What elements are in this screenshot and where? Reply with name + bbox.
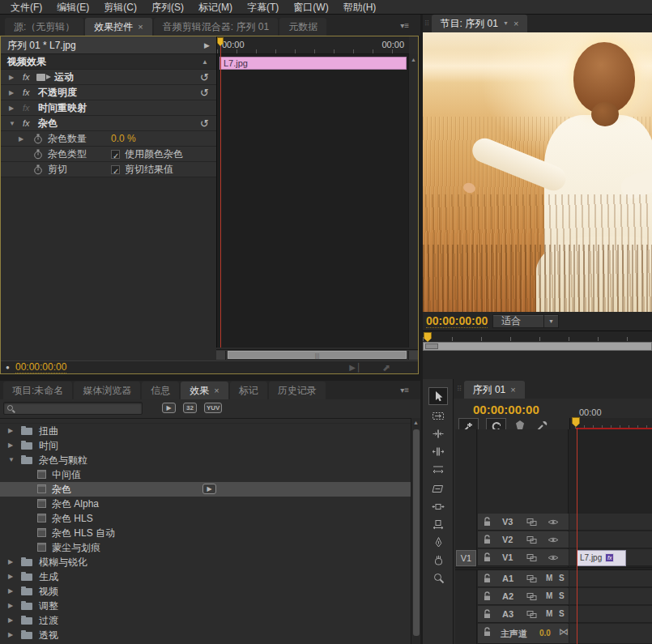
reset-icon[interactable]: ↺ — [200, 116, 209, 131]
menu-item-window[interactable]: 窗口(W) — [286, 0, 335, 15]
tab-history[interactable]: 历史记录 — [269, 382, 326, 399]
menu-item-marker[interactable]: 标记(M) — [191, 0, 240, 15]
sync-lock-icon[interactable] — [526, 610, 537, 619]
tab-sequence-01[interactable]: 序列 01 × — [464, 381, 525, 399]
chevron-down-icon[interactable]: ▼ — [503, 15, 509, 32]
scroll-right-button[interactable] — [408, 351, 418, 360]
tree-folder-video[interactable]: ▶视频 — [0, 584, 420, 599]
slide-tool-icon[interactable] — [428, 515, 448, 533]
track-lock-icon[interactable] — [483, 627, 492, 637]
reset-icon[interactable]: ↺ — [200, 70, 209, 85]
expand-icon[interactable]: ▶ — [8, 555, 13, 569]
tab-audio-clip-mixer[interactable]: 音频剪辑混合器: 序列 01 — [154, 18, 278, 36]
track-lock-icon[interactable] — [483, 535, 492, 544]
menu-item-edit[interactable]: 编辑(E) — [49, 0, 96, 15]
menu-item-file[interactable]: 文件(F) — [3, 0, 49, 15]
expand-icon[interactable]: ▶ — [8, 599, 13, 613]
expand-icon[interactable]: ▶ — [9, 85, 14, 100]
mute-button[interactable]: M — [546, 609, 552, 618]
track-v3-lane[interactable] — [569, 514, 652, 531]
param-row-noise-type[interactable]: 杂色类型 ✓ 使用颜色杂色 — [1, 147, 216, 162]
tree-folder-time[interactable]: ▶时间 — [0, 438, 420, 453]
expand-icon[interactable]: ▶ — [8, 569, 13, 584]
tree-effect-noise-selected[interactable]: 杂色▶ — [0, 482, 420, 497]
effect-row-time-remapping[interactable]: ▶ fx 时间重映射 — [1, 100, 216, 116]
menu-item-clip[interactable]: 剪辑(C) — [96, 0, 144, 15]
mini-timeline-vertical-scrollbar[interactable]: ▲ — [408, 54, 418, 348]
expand-icon[interactable]: ▶ — [8, 613, 13, 628]
close-icon[interactable]: × — [214, 382, 219, 399]
mini-timeline-clip[interactable]: L7.jpg — [219, 57, 407, 70]
menu-item-sequence[interactable]: 序列(S) — [144, 0, 191, 15]
tree-folder-distort[interactable]: ▶扭曲 — [0, 424, 420, 438]
track-master[interactable]: 主声道 0.0 ⋈ — [455, 624, 652, 644]
expand-icon[interactable]: ▶ — [9, 70, 14, 85]
track-a2[interactable]: A2 M S — [455, 588, 652, 606]
scroll-up-icon[interactable]: ▲ — [411, 418, 420, 428]
effects-tree-scrollbar[interactable]: ▲ — [411, 418, 420, 644]
timeline-clip-l7jpg[interactable]: L7.jpgfx — [577, 550, 626, 566]
expand-icon[interactable]: ▶ — [8, 424, 13, 438]
channel-bowtie-icon[interactable]: ⋈ — [559, 626, 569, 638]
video-effects-section-header[interactable]: 视频效果 ▲ — [1, 54, 216, 70]
solo-button[interactable]: S — [559, 591, 565, 600]
track-lock-icon[interactable] — [483, 591, 492, 601]
rolling-edit-tool-icon[interactable] — [428, 442, 448, 460]
mute-button[interactable]: M — [546, 574, 552, 582]
tree-effect-noise-hls[interactable]: 杂色 HLS — [0, 511, 420, 526]
track-lock-icon[interactable] — [483, 609, 492, 619]
noise-amount-value[interactable]: 0.0 % — [111, 131, 136, 147]
tree-effect-dust-scratches[interactable]: 蒙尘与划痕 — [0, 540, 420, 555]
tree-effect-noise-hls-auto[interactable]: 杂色 HLS 自动 — [0, 526, 420, 540]
panel-menu-icon[interactable]: ▾≡ — [400, 21, 409, 30]
collapse-icon[interactable]: ▼ — [9, 116, 15, 131]
panel-grip-icon[interactable]: ⠿ — [457, 385, 462, 393]
stopwatch-icon[interactable] — [33, 149, 43, 160]
expand-icon[interactable]: ▶ — [19, 131, 23, 147]
tab-program-monitor[interactable]: 节目: 序列 01 ▼ × — [432, 15, 528, 32]
tree-folder-noise-grain[interactable]: ▼杂色与颗粒 — [0, 453, 420, 467]
current-timecode[interactable]: 00:00:00:00 — [15, 361, 66, 373]
razor-tool-icon[interactable] — [428, 480, 448, 497]
tree-folder-transition[interactable]: ▶过渡 — [0, 613, 420, 628]
track-output-eye-icon[interactable] — [548, 518, 559, 526]
track-a3-lane[interactable] — [569, 606, 652, 623]
tab-effect-controls[interactable]: 效果控件× — [85, 18, 151, 36]
panel-grip-icon[interactable]: ⠿ — [424, 19, 429, 28]
zoom-tool-icon[interactable] — [428, 569, 448, 586]
collapse-icon[interactable]: ▼ — [8, 453, 15, 467]
reset-icon[interactable]: ↺ — [200, 85, 209, 100]
program-timecode[interactable]: 00:00:00:00 — [426, 314, 488, 328]
accelerated-effects-filter-icon[interactable]: ▶ — [162, 403, 176, 413]
selection-tool-icon[interactable] — [428, 387, 448, 405]
tab-info[interactable]: 信息 — [142, 382, 179, 399]
tab-effects[interactable]: 效果× — [181, 382, 228, 399]
track-a2-lane[interactable] — [569, 588, 652, 605]
zoom-level-dropdown[interactable]: 适合 ▼ — [492, 314, 559, 328]
chevron-right-icon[interactable]: ▶ — [204, 36, 210, 54]
source-patch-v1-chip[interactable]: V1 — [456, 550, 476, 566]
param-row-noise-amount[interactable]: ▶ 杂色数量 0.0 % — [1, 131, 216, 147]
tab-metadata[interactable]: 元数据 — [279, 18, 326, 36]
param-row-clipping[interactable]: 剪切 ✓ 剪切结果值 — [1, 162, 216, 177]
track-lock-icon[interactable] — [483, 552, 492, 562]
close-icon[interactable]: × — [510, 381, 515, 399]
yuv-filter-icon[interactable]: YUV — [204, 403, 222, 413]
mute-button[interactable]: M — [546, 591, 552, 600]
scrollbar-handle[interactable]: ||| — [228, 351, 407, 359]
scroll-up-icon[interactable]: ▲ — [409, 54, 418, 66]
tab-source-monitor[interactable]: 源:（无剪辑） — [5, 18, 83, 36]
effects-search-input[interactable] — [3, 402, 143, 415]
tab-media-browser[interactable]: 媒体浏览器 — [74, 382, 140, 399]
sync-lock-icon[interactable] — [526, 592, 537, 601]
scrollbar-handle[interactable] — [425, 343, 438, 349]
program-scrollbar[interactable] — [423, 342, 652, 351]
menu-item-title[interactable]: 字幕(T) — [240, 0, 286, 15]
tree-folder-perspective[interactable]: ▶透视 — [0, 628, 420, 642]
track-a3[interactable]: A3 M S — [455, 606, 652, 624]
effect-row-opacity[interactable]: ▶ fx 不透明度 ↺ — [1, 85, 216, 100]
sync-lock-icon[interactable] — [526, 574, 537, 583]
scrollbar-handle[interactable] — [413, 429, 420, 636]
tab-markers[interactable]: 标记 — [230, 382, 267, 399]
program-monitor-viewport[interactable] — [423, 32, 652, 312]
